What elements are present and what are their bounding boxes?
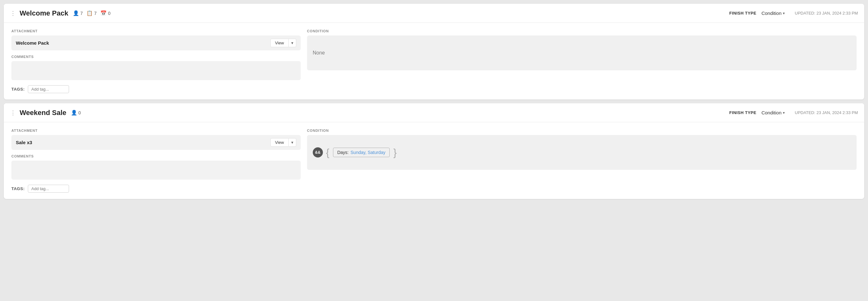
tasks-icon: 📋 <box>86 10 93 16</box>
card1-right-col: CONDITION None <box>307 29 857 80</box>
card1-badges: 👤 7 📋 7 📅 0 <box>73 10 111 16</box>
welcome-pack-card: ⋮ Welcome Pack 👤 7 📋 7 📅 0 FINISH TYPE <box>4 4 864 100</box>
card1-dates-count: 0 <box>108 11 111 16</box>
card1-header: ⋮ Welcome Pack 👤 7 📋 7 📅 0 FINISH TYPE <box>4 4 864 23</box>
card1-view-button[interactable]: View <box>270 39 289 47</box>
card2-tags-label: TAGS: <box>11 186 25 191</box>
card1-comments-section: COMMENTS <box>11 55 301 80</box>
condition-pill[interactable]: Days: Sunday, Saturday <box>333 148 390 157</box>
card1-condition-none: None <box>313 50 325 56</box>
card1-attachment-box: Welcome Pack View ▾ <box>11 35 301 50</box>
bracket-right-icon: } <box>394 147 397 158</box>
card2-condition-content: && { Days: Sunday, Saturday } <box>313 147 397 158</box>
card2-tags-row: TAGS: <box>11 185 857 193</box>
card2-condition-box: && { Days: Sunday, Saturday } <box>307 135 857 170</box>
dates-icon: 📅 <box>100 10 107 16</box>
card2-two-col: ATTACHMENT Sale x3 View ▾ COMMENTS CONDI… <box>11 129 857 180</box>
card2-body: ATTACHMENT Sale x3 View ▾ COMMENTS CONDI… <box>4 122 864 199</box>
card1-left-col: ATTACHMENT Welcome Pack View ▾ COMMENTS <box>11 29 301 80</box>
card1-condition-text: Condition <box>761 10 781 16</box>
chevron-down-icon: ▾ <box>783 11 785 16</box>
card1-two-col: ATTACHMENT Welcome Pack View ▾ COMMENTS … <box>11 29 857 80</box>
card2-view-dropdown-button[interactable]: ▾ <box>289 138 296 147</box>
card2-tags-input[interactable] <box>28 185 69 193</box>
card2-header: ⋮ Weekend Sale 👤 0 FINISH TYPE Condition… <box>4 103 864 122</box>
weekend-sale-card: ⋮ Weekend Sale 👤 0 FINISH TYPE Condition… <box>4 103 864 199</box>
card2-badges: 👤 0 <box>71 110 81 116</box>
card1-title: Welcome Pack <box>20 9 68 18</box>
card1-attachment-actions: View ▾ <box>270 39 296 47</box>
card2-condition-label: CONDITION <box>307 129 857 132</box>
card1-attachment-name: Welcome Pack <box>16 40 49 46</box>
card2-left-col: ATTACHMENT Sale x3 View ▾ COMMENTS <box>11 129 301 180</box>
card1-comments-box[interactable] <box>11 61 301 80</box>
card2-view-button[interactable]: View <box>270 138 289 147</box>
card2-comments-section: COMMENTS <box>11 154 301 180</box>
card1-dates-badge: 📅 0 <box>100 10 111 16</box>
card2-attachment-actions: View ▾ <box>270 138 296 147</box>
card1-tags-row: TAGS: <box>11 85 857 93</box>
card1-condition-label: CONDITION <box>307 29 857 33</box>
condition-key: Days: <box>337 150 348 155</box>
card1-finish-type-label: FINISH TYPE <box>730 11 756 16</box>
card2-finish-type-label: FINISH TYPE <box>730 110 756 115</box>
card2-header-right: FINISH TYPE Condition ▾ UPDATED: 23 JAN,… <box>730 109 858 117</box>
card1-header-left: ⋮ Welcome Pack 👤 7 📋 7 📅 0 <box>10 9 730 18</box>
condition-values: Sunday, Saturday <box>350 150 385 155</box>
bracket-left-icon: { <box>326 147 330 158</box>
card2-right-col: CONDITION && { Days: Sunday, Saturday } <box>307 129 857 180</box>
card2-title: Weekend Sale <box>20 109 66 117</box>
card2-header-left: ⋮ Weekend Sale 👤 0 <box>10 109 730 117</box>
card1-view-dropdown-button[interactable]: ▾ <box>289 39 296 47</box>
card2-condition-dropdown[interactable]: Condition ▾ <box>759 109 787 117</box>
user-icon: 👤 <box>73 10 79 16</box>
card2-comments-box[interactable] <box>11 161 301 180</box>
card1-tasks-count: 7 <box>94 11 97 16</box>
card1-updated: UPDATED: 23 JAN, 2024 2:33 PM <box>795 11 858 16</box>
card1-header-right: FINISH TYPE Condition ▾ UPDATED: 23 JAN,… <box>730 9 858 17</box>
card1-comments-label: COMMENTS <box>11 55 301 59</box>
card1-tags-input[interactable] <box>28 85 69 93</box>
card1-users-badge: 👤 7 <box>73 10 83 16</box>
card1-users-count: 7 <box>81 11 83 16</box>
card2-users-count: 0 <box>79 110 81 115</box>
card1-body: ATTACHMENT Welcome Pack View ▾ COMMENTS … <box>4 23 864 100</box>
card2-attachment-box: Sale x3 View ▾ <box>11 135 301 150</box>
card1-attachment-label: ATTACHMENT <box>11 29 301 33</box>
card2-condition-text: Condition <box>761 110 781 115</box>
chevron-down-icon-2: ▾ <box>783 111 785 115</box>
user-icon-2: 👤 <box>71 110 77 116</box>
card2-attachment-label: ATTACHMENT <box>11 129 301 132</box>
card2-comments-label: COMMENTS <box>11 154 301 158</box>
card1-condition-box: None <box>307 35 857 70</box>
card1-condition-dropdown[interactable]: Condition ▾ <box>759 9 787 17</box>
dots-menu-icon[interactable]: ⋮ <box>10 10 15 17</box>
card2-updated: UPDATED: 23 JAN, 2024 2:33 PM <box>795 110 858 115</box>
card2-attachment-name: Sale x3 <box>16 140 32 145</box>
card1-tasks-badge: 📋 7 <box>86 10 97 16</box>
card1-tags-label: TAGS: <box>11 87 25 91</box>
and-badge: && <box>313 147 323 158</box>
dots-menu-icon-2[interactable]: ⋮ <box>10 109 15 116</box>
card2-users-badge: 👤 0 <box>71 110 81 116</box>
